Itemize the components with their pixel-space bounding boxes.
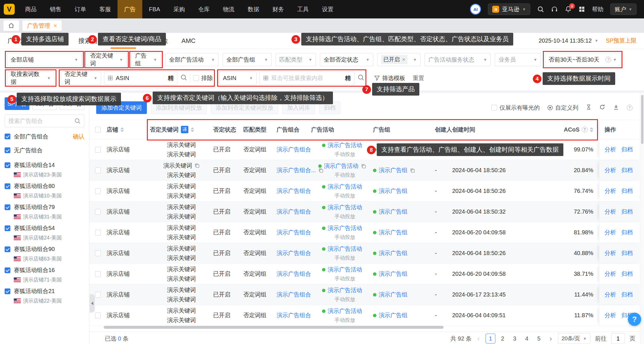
horizontal-scrollbar[interactable] [104, 326, 444, 329]
analyze-link[interactable]: 分析 [605, 208, 616, 216]
row-checkbox[interactable] [95, 250, 101, 256]
notifications-bell-icon[interactable]: 8 [565, 6, 572, 13]
copy-icon[interactable] [361, 164, 366, 169]
ad-group-link[interactable]: 演示广告组 [379, 291, 408, 299]
topnav-menu-item[interactable]: FBA [142, 0, 167, 18]
archive-link[interactable]: 归档 [621, 249, 633, 257]
translate-icon[interactable]: 译 [181, 126, 188, 133]
confirm-button[interactable]: 确认 [73, 133, 84, 140]
exclude-toggle[interactable]: 排除 [193, 74, 213, 82]
help-circle-icon[interactable]: ? [627, 105, 632, 111]
archive-link[interactable]: 归档 [621, 291, 633, 299]
row-checkbox[interactable] [95, 292, 101, 298]
tab-sb-ads[interactable]: SB广告 [32, 97, 57, 110]
archive-link[interactable]: 归档 [621, 229, 633, 236]
page-number[interactable]: 5 [534, 334, 544, 343]
status-tag[interactable]: 已开启× [381, 55, 408, 64]
campaign-link[interactable]: 演示广告活动 [328, 245, 362, 253]
exact-match-toggle[interactable]: 精 [345, 74, 351, 82]
copy-icon[interactable] [194, 163, 200, 168]
portfolio-link[interactable]: 演示广告组合 [276, 229, 311, 236]
ai-assistant-button[interactable]: AI [470, 4, 481, 15]
ad-group-link[interactable]: 演示广告组 [379, 146, 408, 153]
analyze-link[interactable]: 分析 [605, 187, 616, 195]
archive-link[interactable]: 归档 [621, 166, 633, 174]
topnav-menu-item[interactable]: 设置 [315, 0, 340, 18]
col-shop[interactable]: 店铺 [107, 126, 150, 134]
campaign-link[interactable]: 演示广告活动 [324, 162, 359, 170]
select-all-checkbox[interactable] [95, 127, 101, 132]
ad-group-link[interactable]: 演示广告组 [379, 229, 408, 236]
topnav-menu-item[interactable]: 数据 [241, 0, 266, 18]
campaign-link[interactable]: 演示广告活动 [328, 266, 362, 273]
account-menu[interactable]: 账户 ▼ [610, 3, 637, 15]
shop-select[interactable]: 全部店铺▼ [7, 53, 82, 66]
archive-button[interactable]: 归档 [319, 101, 340, 114]
row-checkbox[interactable] [95, 271, 101, 277]
page-number[interactable]: 2 [498, 334, 507, 343]
portfolio-item[interactable]: 赛狐活动组合16 演示店铺71-美国 [5, 266, 84, 283]
custom-columns-button[interactable]: 自定义列 [547, 104, 578, 112]
negative-status-select[interactable]: 全部否定状态▼ [320, 53, 373, 66]
add-to-negative-button[interactable]: 添加到否定关键词投放 [211, 101, 278, 114]
ad-subtab[interactable]: 搜索词 [78, 33, 97, 49]
portfolio-item[interactable]: 赛狐活动组合80 演示店铺10-美国 [5, 182, 84, 199]
add-to-keyword-button[interactable]: 添加到关键词投放 [151, 101, 207, 114]
remove-tag-icon[interactable]: × [402, 56, 405, 63]
ad-subtab[interactable]: 广告位 [149, 33, 168, 49]
ad-group-link[interactable]: 演示广告组 [379, 270, 408, 278]
apps-grid-icon[interactable] [579, 6, 585, 12]
portfolio-link[interactable]: 演示广告组合... [276, 166, 316, 174]
page-number[interactable]: 3 [510, 334, 520, 343]
help-link[interactable]: 帮助 [592, 5, 603, 13]
portfolio-checkbox[interactable] [5, 204, 10, 210]
all-portfolios-checkbox[interactable] [5, 134, 10, 139]
analyze-link[interactable]: 分析 [605, 249, 616, 257]
history-hourglass-icon[interactable] [586, 104, 592, 112]
portfolio-link[interactable]: 演示广告组合 [276, 187, 311, 195]
exact-match-toggle[interactable]: 精 [168, 74, 174, 82]
topnav-menu-item[interactable]: 订单 [68, 0, 93, 18]
tab-sp-ads[interactable]: SP广告 [5, 97, 29, 110]
ad-group-link[interactable]: 演示广告组 [379, 208, 408, 216]
portfolio-link[interactable]: 演示广告组合 [276, 291, 311, 299]
row-checkbox[interactable] [95, 188, 101, 194]
goto-page-input[interactable] [611, 333, 625, 344]
topnav-menu-item[interactable]: 商品 [18, 0, 43, 18]
filter-template-button[interactable]: 筛选模板 [374, 74, 405, 82]
report-datetime-select[interactable]: 2025-10-14 11:35:12 ▼ [539, 37, 598, 44]
close-icon[interactable]: × [54, 22, 57, 29]
ad-subtab[interactable]: 广告组 [46, 33, 65, 49]
help-bubble-button[interactable]: ? [628, 313, 641, 326]
match-type-select[interactable]: 匹配类型▼ [276, 53, 316, 66]
analyze-link[interactable]: 分析 [605, 166, 616, 174]
portfolio-item[interactable]: 赛狐活动组合90 演示店铺63-美国 [5, 245, 84, 262]
analyze-link[interactable]: 分析 [605, 291, 616, 299]
campaign-link[interactable]: 演示广告活动 [328, 307, 362, 315]
adgroup-select[interactable]: 全部广告组▼ [223, 53, 272, 66]
col-acos[interactable]: ACoS ? [544, 126, 596, 133]
asin-batch-search-input[interactable]: 精 [260, 71, 355, 85]
campaign-service-status-select[interactable]: 广告活动服务状态▼ [425, 53, 491, 66]
adgroup-level-select[interactable]: 广告组▼ [131, 53, 161, 66]
page-number[interactable]: 4 [522, 334, 532, 343]
vertical-scrollbar-thumb[interactable] [641, 95, 643, 144]
campaign-link[interactable]: 演示广告活动 [328, 286, 362, 294]
add-to-library-button[interactable]: 加入词库 [282, 101, 315, 114]
prev-page-icon[interactable]: ‹ [476, 334, 481, 343]
next-page-icon[interactable]: › [548, 334, 553, 343]
analyze-link[interactable]: 分析 [605, 229, 616, 236]
row-checkbox[interactable] [95, 147, 101, 153]
reset-button[interactable]: 重置 [413, 74, 424, 82]
portfolio-link[interactable]: 演示广告组合 [276, 311, 311, 319]
portfolio-checkbox[interactable] [5, 225, 10, 231]
support-headset-icon[interactable] [551, 6, 558, 13]
campaign-link[interactable]: 演示广告活动 [328, 204, 362, 211]
portfolio-item[interactable]: 赛狐活动组合79 演示店铺31-美国 [5, 203, 84, 220]
portfolio-search-box[interactable] [5, 115, 84, 127]
topnav-menu-item[interactable]: 工具 [291, 0, 315, 18]
topnav-menu-item[interactable]: 财务 [266, 0, 291, 18]
row-checkbox[interactable] [95, 168, 101, 173]
tab-ad-management[interactable]: 广告管理 × [22, 20, 62, 31]
exposure-only-checkbox[interactable] [491, 105, 497, 111]
